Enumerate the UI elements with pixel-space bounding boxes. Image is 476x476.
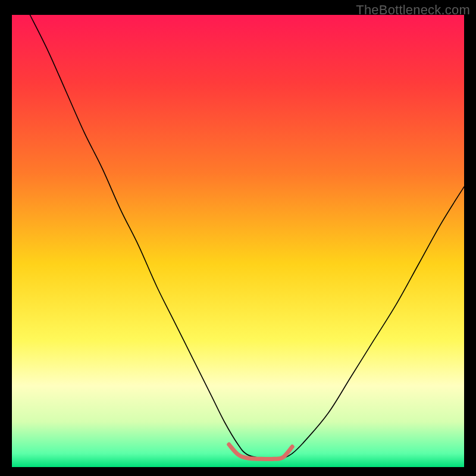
gradient-rect (12, 15, 464, 467)
chart-svg (12, 15, 464, 467)
chart-frame: TheBottleneck.com (0, 0, 476, 476)
watermark-text: TheBottleneck.com (356, 2, 470, 18)
plot-area (12, 15, 464, 467)
